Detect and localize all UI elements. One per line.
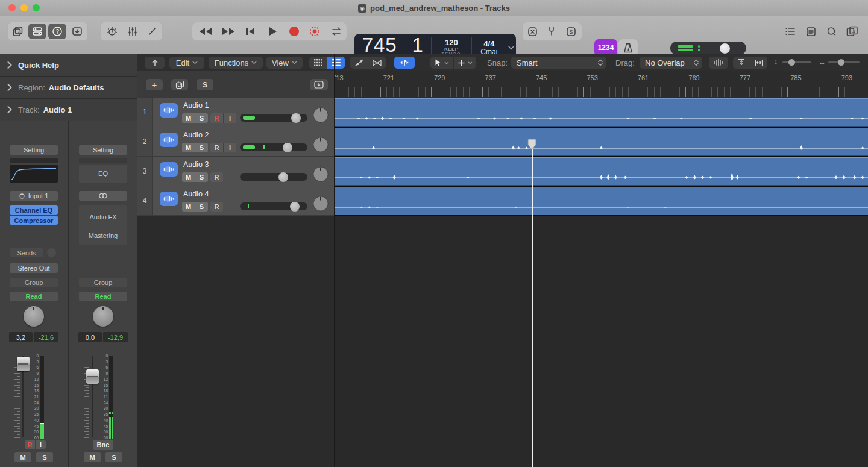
rewind-button[interactable]	[195, 24, 216, 39]
track-record-enable-button[interactable]: R	[210, 143, 223, 152]
strip2-group-button[interactable]: Group	[79, 278, 127, 287]
track-mute-button[interactable]: M	[182, 202, 195, 212]
track-mute-button[interactable]: M	[182, 143, 195, 152]
track-name[interactable]: Audio 2	[183, 131, 209, 139]
snap-select[interactable]: Smart	[511, 57, 606, 69]
track-pan-knob[interactable]	[313, 166, 329, 182]
forward-button[interactable]	[218, 24, 239, 39]
quick-help-section[interactable]: Quick Help	[0, 54, 137, 77]
master-solo-button[interactable]: S	[197, 79, 213, 90]
media-browser-button[interactable]: ♫	[843, 24, 862, 39]
flex-button[interactable]	[368, 57, 386, 69]
edit-menu[interactable]: Edit	[169, 57, 204, 69]
strip1-record-enable-button[interactable]: R	[25, 440, 35, 449]
strip1-mute-button[interactable]: M	[14, 452, 31, 462]
track-volume-slider[interactable]	[240, 202, 307, 210]
bar-ruler[interactable]: 713721729737745753761769777785793	[335, 71, 868, 98]
metronome-button[interactable]	[618, 39, 638, 56]
track-record-enable-button[interactable]: R	[210, 172, 223, 182]
track-inspector-section[interactable]: Track: Audio 1	[0, 99, 137, 121]
strip2-audio-fx-label[interactable]: Audio FX	[79, 213, 127, 221]
track-volume-knob[interactable]	[291, 113, 301, 123]
track-pan-knob[interactable]	[313, 196, 329, 212]
drag-select[interactable]: No Overlap	[640, 57, 702, 69]
track-pan-knob[interactable]	[313, 107, 329, 123]
master-volume-slider[interactable]	[670, 42, 746, 55]
strip1-group-button[interactable]: Group	[10, 278, 58, 287]
capture-recording-button[interactable]	[305, 24, 324, 39]
strip1-pan-value[interactable]: 3,2	[9, 332, 33, 342]
master-volume-knob[interactable]	[720, 43, 730, 54]
horizontal-zoom-knob[interactable]	[838, 59, 844, 66]
solo-mode-button[interactable]: S	[562, 24, 580, 39]
track-header-config-button[interactable]	[310, 79, 328, 90]
functions-menu[interactable]: Functions	[209, 57, 263, 69]
library-button[interactable]: ♪	[10, 24, 27, 39]
strip2-volume-value[interactable]: -12,9	[103, 332, 128, 342]
strip2-pan-knob[interactable]	[93, 306, 113, 327]
track-solo-button[interactable]: S	[195, 143, 208, 152]
track-volume-knob[interactable]	[290, 202, 300, 212]
cycle-button[interactable]	[327, 24, 346, 39]
strip1-solo-button[interactable]: S	[36, 452, 53, 462]
horizontal-zoom-slider[interactable]	[828, 61, 860, 63]
strip2-solo-button[interactable]: S	[105, 452, 122, 462]
track-name[interactable]: Audio 1	[183, 101, 209, 110]
strip2-format-button[interactable]	[79, 191, 127, 201]
strip2-bounce-button[interactable]: Bnc	[93, 440, 113, 450]
pointer-tool-menu[interactable]	[430, 57, 453, 69]
strip2-setting-button[interactable]: Setting	[79, 145, 127, 155]
count-in-button[interactable]: 1234	[594, 39, 617, 56]
track-name[interactable]: Audio 4	[183, 190, 209, 198]
strip2-mastering-label[interactable]: Mastering	[79, 232, 127, 239]
track-solo-button[interactable]: S	[195, 113, 208, 123]
add-track-button[interactable]: +	[146, 79, 163, 90]
secondary-tool-menu[interactable]	[454, 57, 476, 69]
strip2-automation-button[interactable]: Read	[79, 292, 127, 301]
audio-region-track-3[interactable]	[335, 157, 868, 186]
strip2-pan-value[interactable]: 0,0	[78, 332, 102, 342]
track-header-view-button[interactable]	[327, 57, 345, 69]
track-name[interactable]: Audio 3	[183, 160, 209, 169]
track-header-audio-1[interactable]: 1 Audio 1 M S R I	[137, 98, 335, 127]
track-solo-button[interactable]: S	[195, 202, 208, 212]
strip1-plugin-slot-channel-eq[interactable]: Channel EQ	[10, 205, 58, 215]
playhead-line[interactable]	[532, 140, 533, 467]
view-menu[interactable]: View	[266, 57, 303, 69]
track-header-audio-3[interactable]: 3 Audio 3 M S R	[137, 157, 335, 186]
playhead-marker[interactable]	[527, 139, 536, 151]
track-input-monitor-button[interactable]: I	[223, 143, 236, 152]
strip1-send-knob[interactable]	[47, 248, 56, 257]
pencil-tool-button[interactable]	[143, 24, 162, 39]
track-record-enable-button[interactable]: R	[210, 113, 223, 123]
quick-help-toggle-button[interactable]: ?	[48, 24, 66, 39]
strip1-automation-button[interactable]: Read	[10, 292, 58, 301]
autopunch-button[interactable]	[523, 24, 541, 39]
go-to-beginning-button[interactable]	[241, 24, 259, 39]
volume-fader[interactable]	[86, 369, 99, 384]
audio-region-track-4[interactable]	[335, 187, 868, 215]
note-pads-button[interactable]	[802, 24, 820, 39]
strip1-setting-button[interactable]: Setting	[10, 145, 58, 155]
strip2-eq-thumbnail[interactable]: EQ	[79, 165, 127, 183]
waveform-zoom-button[interactable]	[709, 57, 728, 69]
track-list-view-button[interactable]	[781, 24, 799, 39]
strip2-mute-button[interactable]: M	[84, 452, 101, 462]
list-lane-divider[interactable]	[334, 54, 335, 467]
grid-view-button[interactable]	[309, 57, 327, 69]
inspector-toggle-button[interactable]	[28, 24, 46, 39]
automation-button[interactable]	[350, 57, 368, 69]
duplicate-track-button[interactable]	[171, 79, 188, 90]
track-mute-button[interactable]: M	[182, 172, 195, 182]
strip1-output-button[interactable]: Stereo Out	[10, 263, 58, 273]
region-inspector-section[interactable]: Region: Audio Defaults	[0, 77, 137, 99]
strip1-input-monitor-button[interactable]: I	[35, 440, 46, 449]
track-header-audio-4[interactable]: 4 Audio 4 M S R	[137, 186, 335, 216]
strip1-pan-knob[interactable]	[24, 306, 44, 327]
record-button[interactable]	[285, 24, 304, 39]
track-mute-button[interactable]: M	[182, 113, 195, 123]
track-volume-knob[interactable]	[283, 143, 292, 152]
volume-fader[interactable]	[17, 357, 30, 371]
loop-browser-button[interactable]	[822, 24, 840, 39]
vertical-auto-zoom-button[interactable]	[733, 57, 750, 69]
